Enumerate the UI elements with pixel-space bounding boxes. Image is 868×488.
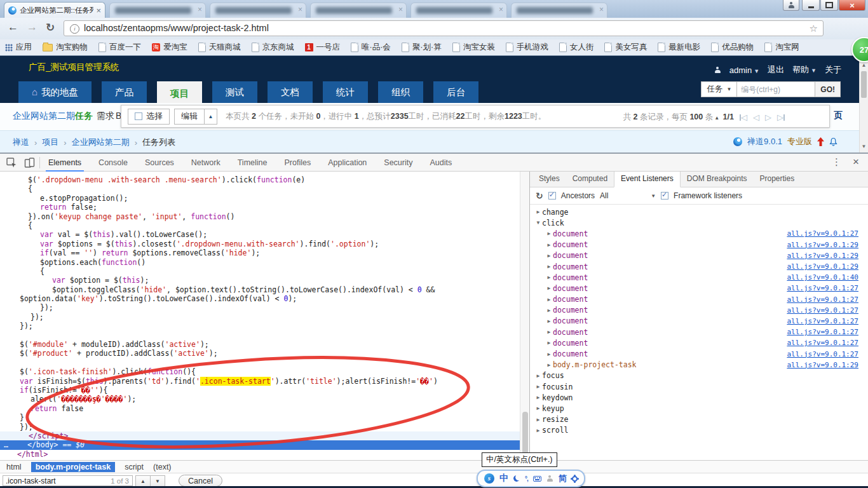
find-input[interactable] [3,477,111,485]
devtools-tab-profiles[interactable]: Profiles [284,154,311,172]
devtools-tab-network[interactable]: Network [191,154,220,172]
first-page-icon[interactable]: ◁ [740,112,747,122]
event-group[interactable]: ▶focus [530,370,868,381]
sidebar-tab-properties[interactable]: Properties [753,172,801,187]
listener-source-link[interactable]: all.js?v=9.0.1:27 [787,284,858,292]
code-line[interactable]: if(val == '') return $options.removeClas… [0,248,520,257]
event-listener-row[interactable]: ▶documentall.js?v=9.0.1:27 [530,327,868,337]
devtools-tab-security[interactable]: Security [384,154,412,172]
listener-source-link[interactable]: all.js?v=9.0.1:27 [787,306,858,315]
event-group[interactable]: ▶keydown [530,392,868,403]
code-line[interactable]: }); [0,423,520,431]
page-scrollbar[interactable]: ▲ ▼ [859,61,868,152]
event-listener-row[interactable]: ▶documentall.js?v=9.0.1:27 [530,294,868,305]
select-button[interactable]: 选择 [128,109,170,125]
devtools-tab-console[interactable]: Console [98,154,128,172]
breadcrumb-item[interactable]: 项目 [42,137,58,148]
about-link[interactable]: 关于 [825,64,841,76]
event-group[interactable]: ▶scroll [530,425,868,436]
ghost-tab[interactable]: × [511,3,607,18]
code-line[interactable] [0,358,520,367]
breadcrumb-item[interactable]: 企业网站第二期 [72,137,130,148]
code-line[interactable]: $options.each(function() [0,258,520,267]
dom-crumb[interactable]: script [125,463,144,471]
code-line[interactable]: var $options = $(this).closest('.dropdow… [0,240,520,248]
code-line[interactable]: var isFinish=$(this).parents('td').find(… [0,377,520,386]
triangle-right-icon[interactable]: ▶ [534,373,542,379]
triangle-right-icon[interactable]: ▶ [534,384,542,390]
upgrade-arrow-icon[interactable] [817,137,824,146]
code-line[interactable]: </script> [0,431,520,440]
listener-source-link[interactable]: all.js?v=9.0.1:40 [787,273,858,281]
listener-source-link[interactable]: all.js?v=9.0.1:29 [787,241,858,249]
select-checkbox[interactable] [135,112,142,120]
ime-mode-chinese[interactable]: 中 [499,473,508,484]
code-line[interactable]: { [0,267,520,276]
triangle-right-icon[interactable]: ▶ [534,405,542,411]
nav-tab-3[interactable]: 测试 [212,81,257,103]
find-box[interactable]: 1 of 3 [3,475,133,486]
code-line[interactable]: }); [0,303,520,312]
nav-tab-1[interactable]: 产品 [102,81,147,103]
moon-icon[interactable] [513,475,520,482]
next-page-icon[interactable]: ▷ [765,112,771,122]
code-line[interactable]: { [0,221,520,230]
last-page-icon[interactable]: ▷ [777,112,785,122]
devtools-menu-icon[interactable]: ⋮ [832,156,841,168]
code-line[interactable]: </body>… == $0 [0,440,520,449]
devtools-close-icon[interactable]: × [853,156,859,168]
keyboard-icon[interactable] [533,476,541,482]
search-type-dropdown[interactable]: 任务▼ [701,81,737,97]
dom-crumb[interactable]: html [6,463,22,471]
code-line[interactable]: }); [0,322,520,330]
triangle-right-icon[interactable]: ▶ [545,351,553,357]
tab-close-icon[interactable]: × [198,5,202,14]
event-listener-row[interactable]: ▶documentall.js?v=9.0.1:27 [530,316,868,327]
bookmark-item[interactable]: 1一号店 [305,42,341,53]
version-link[interactable]: 禅道9.0.1 [747,136,782,147]
listener-source-link[interactable]: all.js?v=9.0.1:27 [787,350,858,358]
sidebar-tab-event-listeners[interactable]: Event Listeners [614,172,681,187]
event-listener-row[interactable]: ▶documentall.js?v=9.0.1:27 [530,305,868,316]
listener-source-link[interactable]: all.js?v=9.0.1:27 [787,328,858,336]
bookmark-item[interactable]: 聚·划·算 [402,42,442,53]
event-listener-row[interactable]: ▶documentall.js?v=9.0.1:29 [530,261,868,272]
ancestors-checkbox[interactable] [548,192,556,200]
sidebar-tab-computed[interactable]: Computed [566,172,614,187]
triangle-right-icon[interactable]: ▶ [545,362,553,368]
browser-tab-active[interactable]: 企业网站第二期::任务列 × [4,2,105,18]
bookmark-item[interactable]: 优品购物 [711,42,754,53]
profile-button[interactable] [783,0,799,11]
project-switcher[interactable]: 企业网站第二期 ▼ [13,111,83,122]
event-listener-row[interactable]: ▶documentall.js?v=9.0.1:27 [530,337,868,348]
code-line[interactable]: var val = $(this).val().toLowerCase(); [0,230,520,239]
event-listener-row[interactable]: ▶documentall.js?v=9.0.1:29 [530,250,868,261]
triangle-right-icon[interactable]: ▶ [534,209,542,215]
listener-source-link[interactable]: all.js?v=9.0.1:27 [787,339,858,347]
edit-dropdown-button[interactable]: ▲ [205,109,217,125]
devtools-tab-sources[interactable]: Sources [145,154,174,172]
search-go-button[interactable]: GO! [815,81,841,97]
event-listener-row[interactable]: ▶documentall.js?v=9.0.1:29 [530,240,868,250]
logout-link[interactable]: 退出 [768,64,784,76]
address-bar[interactable]: i localhost/zentaopms/www/project-task-2… [64,20,824,36]
triangle-right-icon[interactable]: ▶ [545,274,553,280]
bookmark-item[interactable]: 淘宝网 [764,42,799,53]
bookmark-item[interactable]: 百度一下 [98,42,141,53]
event-group[interactable]: ▶keyup [530,403,868,414]
minimize-button[interactable] [802,0,820,11]
bookmark-item[interactable]: 手机游戏 [506,42,548,53]
ghost-tab[interactable]: × [310,3,407,18]
bookmark-item[interactable]: 美女写真 [604,42,647,53]
bookmark-item[interactable]: 最新电影 [658,42,700,53]
event-filter-dropdown[interactable]: All ▼ [600,191,656,200]
close-window-button[interactable]: × [839,0,865,11]
code-line[interactable]: alert('�������ş�'����'); [0,395,520,403]
search-input[interactable] [737,81,815,97]
bookmark-item[interactable]: 应用 [5,42,32,53]
devtools-tab-audits[interactable]: Audits [430,154,452,172]
event-group[interactable]: ▼click [530,217,868,228]
ghost-tab[interactable]: × [109,3,206,18]
listener-source-link[interactable]: all.js?v=9.0.1:29 [787,252,858,260]
devtools-tab-elements[interactable]: Elements [48,154,81,172]
